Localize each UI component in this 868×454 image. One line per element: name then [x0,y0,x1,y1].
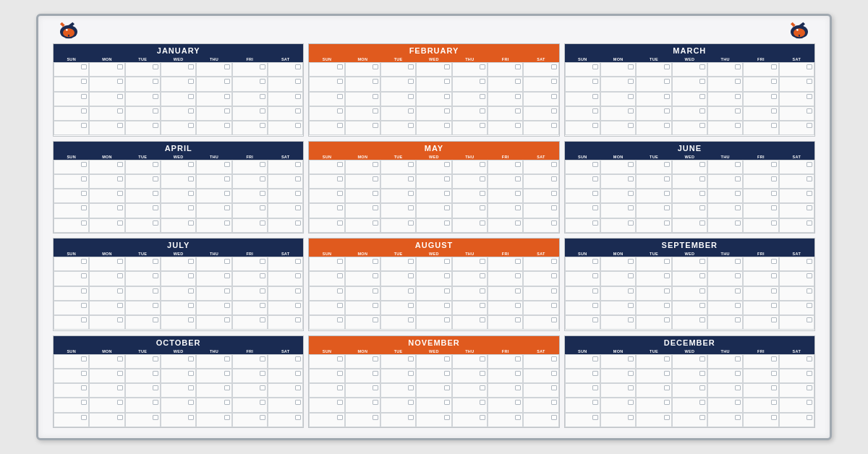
cal-cell [54,257,89,271]
cal-cell [54,286,89,301]
day-label: WED [416,56,451,62]
cal-cell [380,160,416,174]
cal-cell [636,189,671,203]
cal-cell [54,218,89,233]
cal-cell [672,77,707,91]
cal-cell [89,174,124,189]
days-header-july: SUNMONTUEWEDTHUFRISAT [54,251,303,257]
day-label: THU [452,154,488,160]
month-title-april: APRIL [54,142,303,154]
cal-cell [232,383,268,398]
cal-cell [600,383,636,398]
cal-cell [707,286,743,301]
cal-cell [125,271,161,286]
calendar-cells-august [309,257,558,330]
cal-cell [743,315,778,330]
day-label: FRI [232,251,268,257]
cal-cell [89,203,124,218]
month-title-august: AUGUST [309,239,558,251]
cal-cell [196,121,231,135]
cal-cell [743,383,778,398]
days-header-march: SUNMONTUEWEDTHUFRISAT [565,56,814,62]
cal-cell [268,369,303,383]
month-block-march: MARCHSUNMONTUEWEDTHUFRISAT [564,43,815,137]
cal-cell [707,218,743,233]
cal-cell [89,354,124,369]
cal-cell [707,62,743,77]
cal-cell [268,189,303,203]
cal-cell [600,121,636,135]
cal-cell [89,62,124,77]
cal-cell [636,286,671,301]
day-label: TUE [125,56,161,62]
cal-cell [54,398,89,412]
days-header-january: SUNMONTUEWEDTHUFRISAT [54,56,303,62]
cal-cell [309,369,344,383]
day-label: THU [196,56,231,62]
cal-cell [523,257,558,271]
cal-cell [600,174,636,189]
cal-cell [600,106,636,121]
calendar-cells-december [565,354,814,428]
cal-cell [523,383,558,398]
cal-cell [125,398,161,412]
cal-cell [416,257,451,271]
calendar-cells-april [54,160,303,234]
cal-cell [452,160,488,174]
cal-cell [779,174,814,189]
cal-cell [345,286,380,301]
cal-cell [523,286,558,301]
cal-cell [416,271,451,286]
cal-cell [380,203,416,218]
day-label: SUN [54,348,89,354]
cal-cell [380,354,416,369]
month-title-january: JANUARY [54,44,303,56]
cal-cell [125,62,161,77]
cal-cell [196,301,231,315]
cal-cell [161,354,196,369]
cal-cell [416,301,451,315]
day-label: FRI [232,348,268,354]
cal-cell [54,354,89,369]
cal-cell [232,174,268,189]
cal-cell [452,203,488,218]
day-label: SUN [565,348,600,354]
cal-cell [452,121,488,135]
cal-cell [452,77,488,91]
cal-cell [672,257,707,271]
cal-cell [380,383,416,398]
cal-cell [54,62,89,77]
month-title-july: JULY [54,239,303,251]
cal-cell [268,218,303,233]
whiteboard: JANUARYSUNMONTUEWEDTHUFRISATFEBRUARYSUNM… [36,14,832,440]
cal-cell [268,106,303,121]
cal-cell [779,383,814,398]
cal-cell [743,77,778,91]
cal-cell [89,92,124,106]
days-header-december: SUNMONTUEWEDTHUFRISAT [565,348,814,354]
day-label: WED [416,154,451,160]
cal-cell [380,218,416,233]
cal-cell [523,62,558,77]
cal-cell [672,62,707,77]
day-label: FRI [488,154,523,160]
cal-cell [565,301,600,315]
calendar-cells-february [309,62,558,136]
day-label: THU [196,348,231,354]
cal-cell [416,77,451,91]
cal-cell [125,121,161,135]
day-label: SAT [268,348,303,354]
cal-cell [565,106,600,121]
day-label: WED [416,251,451,257]
day-label: SAT [779,348,814,354]
cal-cell [743,218,778,233]
cal-cell [636,160,671,174]
svg-point-10 [796,29,799,31]
cal-cell [89,398,124,412]
cal-cell [196,369,231,383]
logo-left [51,19,86,45]
cal-cell [743,354,778,369]
cal-cell [196,383,231,398]
month-block-may: MAYSUNMONTUEWEDTHUFRISAT [308,141,559,234]
day-label: TUE [125,154,161,160]
